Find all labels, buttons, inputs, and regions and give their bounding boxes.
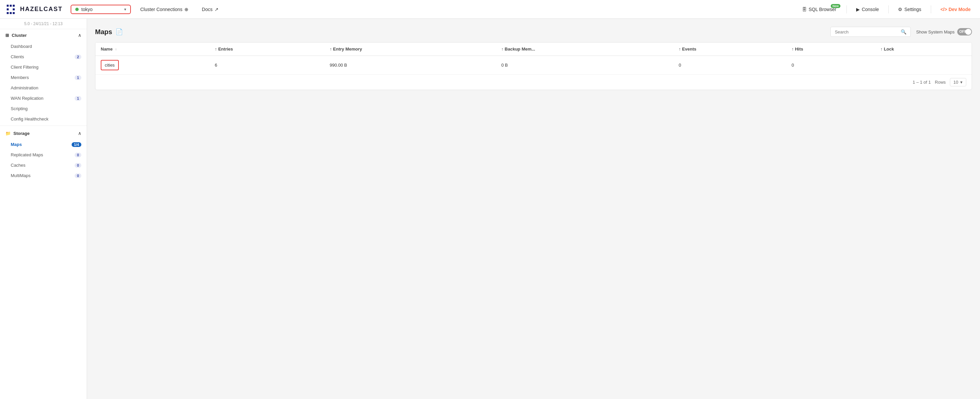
settings-button[interactable]: ⚙ Settings	[894, 5, 926, 14]
cluster-item-scripting[interactable]: Scripting	[0, 103, 87, 114]
cluster-item-clients[interactable]: Clients 2	[0, 52, 87, 62]
cluster-item-members[interactable]: Members 1	[0, 72, 87, 83]
members-badge: 1	[75, 75, 81, 80]
version-label: 5.0 - 24/11/21 - 12:13	[0, 19, 87, 29]
col-hits[interactable]: ↑ Hits	[786, 43, 875, 56]
storage-section-title: 📁 Storage	[5, 131, 29, 136]
collapse-icon: ∧	[78, 32, 81, 38]
storage-item-maps[interactable]: Maps 1/4	[0, 139, 87, 149]
console-button[interactable]: ▶ Console	[852, 5, 883, 14]
cluster-connections-label: Cluster Connections	[140, 7, 182, 12]
row-events: 0	[679, 63, 681, 68]
cluster-section: ⊞ Cluster ∧ Dashboard Clients 2 Client F…	[0, 29, 87, 124]
search-icon: 🔍	[900, 29, 906, 35]
new-badge: New	[831, 4, 840, 8]
storage-item-replicated-maps-label: Replicated Maps	[11, 152, 43, 157]
chevron-down-icon: ▾	[124, 7, 126, 12]
row-entries-cell: 6	[210, 56, 325, 75]
storage-section-label: Storage	[13, 131, 29, 136]
dev-mode-button[interactable]: </> Dev Mode	[937, 5, 975, 14]
cluster-item-dashboard-label: Dashboard	[11, 44, 32, 49]
col-backup-memory[interactable]: ↑ Backup Mem...	[496, 43, 673, 56]
col-entry-memory-label: Entry Memory	[333, 46, 362, 52]
cluster-section-title: ⊞ Cluster	[5, 33, 27, 38]
docs-button[interactable]: Docs ↗	[198, 5, 223, 14]
caches-badge: 0	[75, 163, 81, 168]
storage-item-multimaps[interactable]: MultiMaps 0	[0, 170, 87, 181]
console-icon: ▶	[856, 7, 860, 12]
row-hits: 0	[792, 63, 794, 68]
col-events[interactable]: ↑ Events	[673, 43, 786, 56]
plus-icon: ⊕	[185, 7, 188, 12]
sql-browser-button[interactable]: 🗄 SQL Browser New	[797, 5, 841, 14]
row-entry-memory-cell: 990.00 B	[325, 56, 496, 75]
table-body: cities 6 990.00 B 0 B 0	[95, 56, 972, 75]
database-icon: 🗄	[802, 7, 807, 12]
app-header: HAZELCAST tokyo ▾ Cluster Connections ⊕ …	[0, 0, 980, 19]
cluster-item-client-filtering[interactable]: Client Filtering	[0, 62, 87, 72]
storage-section-header[interactable]: 📁 Storage ∧	[0, 127, 87, 139]
svg-rect-8	[13, 12, 15, 14]
hazelcast-logo-icon	[5, 3, 18, 15]
col-entries[interactable]: ↑ Entries	[210, 43, 325, 56]
col-name-label: Name	[101, 46, 113, 52]
col-entry-memory[interactable]: ↑ Entry Memory	[325, 43, 496, 56]
toggle-knob	[965, 29, 971, 35]
maps-badge: 1/4	[72, 142, 81, 147]
col-entries-label: Entries	[218, 46, 233, 52]
pagination-info: 1 – 1 of 1	[913, 79, 931, 85]
header-divider-2	[888, 5, 889, 13]
cluster-item-config-healthcheck[interactable]: Config Healthcheck	[0, 114, 87, 124]
main-content: Maps 📄 🔍 Show System Maps OFF	[87, 19, 980, 399]
cluster-status-dot	[75, 8, 79, 11]
sidebar: 5.0 - 24/11/21 - 12:13 ⊞ Cluster ∧ Dashb…	[0, 19, 87, 399]
cluster-item-scripting-label: Scripting	[11, 106, 28, 111]
maps-table-container: Name ↑ ↑ Entries ↑ Entry Memory ↑	[95, 42, 972, 90]
row-name-cell[interactable]: cities	[95, 56, 210, 75]
logo-text: HAZELCAST	[20, 6, 63, 13]
row-entry-memory: 990.00 B	[330, 63, 347, 68]
col-name[interactable]: Name ↑	[95, 43, 210, 56]
row-entries: 6	[215, 63, 217, 68]
row-hits-cell: 0	[786, 56, 875, 75]
cluster-item-dashboard[interactable]: Dashboard	[0, 41, 87, 52]
document-icon: 📄	[116, 28, 123, 35]
table-header: Name ↑ ↑ Entries ↑ Entry Memory ↑	[95, 43, 972, 56]
cluster-section-label: Cluster	[12, 33, 27, 38]
col-lock[interactable]: ↑ Lock	[875, 43, 972, 56]
cluster-connections-button[interactable]: Cluster Connections ⊕	[136, 5, 192, 14]
storage-item-replicated-maps[interactable]: Replicated Maps 0	[0, 149, 87, 160]
cluster-name: tokyo	[81, 7, 121, 12]
svg-rect-5	[13, 8, 15, 10]
show-system-maps-control: Show System Maps OFF	[916, 28, 972, 35]
gear-icon: ⚙	[898, 7, 902, 12]
console-label: Console	[862, 7, 879, 12]
rows-per-page-select[interactable]: 10 ▾	[950, 78, 966, 86]
col-lock-label: Lock	[884, 46, 894, 52]
docs-label: Docs	[202, 7, 213, 12]
svg-rect-1	[7, 5, 9, 7]
folder-icon: 📁	[5, 131, 11, 136]
rows-chevron-icon: ▾	[960, 79, 963, 85]
svg-rect-2	[10, 5, 12, 7]
col-hits-label: Hits	[795, 46, 803, 52]
table-row[interactable]: cities 6 990.00 B 0 B 0	[95, 56, 972, 75]
cluster-item-config-healthcheck-label: Config Healthcheck	[11, 116, 49, 121]
cluster-section-header[interactable]: ⊞ Cluster ∧	[0, 29, 87, 41]
cluster-item-wan-replication[interactable]: WAN Replication 1	[0, 93, 87, 103]
storage-collapse-icon: ∧	[78, 130, 81, 136]
col-backup-memory-label: Backup Mem...	[505, 46, 535, 52]
header-divider-3	[931, 5, 931, 13]
grid-icon: ⊞	[5, 33, 9, 38]
maps-table: Name ↑ ↑ Entries ↑ Entry Memory ↑	[95, 43, 972, 74]
cluster-item-administration-label: Administration	[11, 85, 38, 91]
search-input[interactable]	[835, 29, 898, 35]
cluster-selector[interactable]: tokyo ▾	[71, 5, 131, 14]
cluster-item-administration[interactable]: Administration	[0, 83, 87, 93]
show-system-maps-toggle[interactable]: OFF	[957, 28, 972, 35]
col-events-label: Events	[682, 46, 697, 52]
page-header: Maps 📄 🔍 Show System Maps OFF	[95, 27, 972, 37]
cluster-item-wan-replication-label: WAN Replication	[11, 96, 43, 101]
header-controls: 🔍 Show System Maps OFF	[830, 27, 972, 37]
storage-item-caches[interactable]: Caches 0	[0, 160, 87, 170]
